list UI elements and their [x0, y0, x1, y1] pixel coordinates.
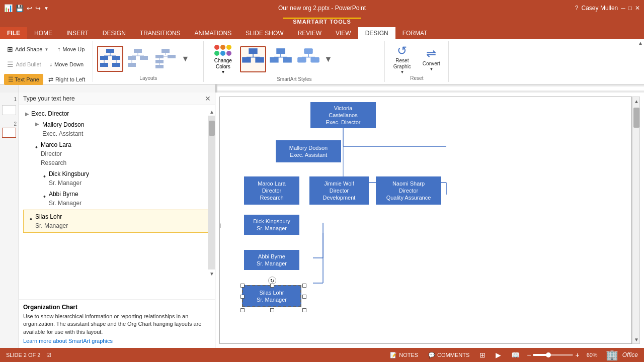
- abbi-content[interactable]: Abbi Byrne Sr. Manager: [49, 190, 82, 208]
- node-victoria[interactable]: VictoriaCastellanosExec. Director: [310, 102, 376, 128]
- layout-thumb-3[interactable]: [152, 46, 179, 72]
- help-btn[interactable]: ?: [575, 5, 579, 12]
- user-name[interactable]: Casey Mullen: [582, 5, 618, 12]
- text-pane-scrollbar[interactable]: ▲ ▼: [208, 108, 215, 278]
- chart-canvas[interactable]: VictoriaCastellanosExec. Director Mallor…: [215, 93, 644, 348]
- status-icon-accessibility[interactable]: ☑: [46, 352, 51, 358]
- slide-mini-2[interactable]: [2, 128, 16, 138]
- layout-thumb-1[interactable]: [97, 46, 123, 72]
- selection-handle-mr[interactable]: [302, 295, 306, 299]
- selection-handle-tl[interactable]: [240, 284, 245, 288]
- scroll-down-arrow[interactable]: ▼: [208, 269, 215, 278]
- ribbon-tabs[interactable]: FILE HOME INSERT DESIGN TRANSITIONS ANIM…: [0, 26, 644, 39]
- scroll-track[interactable]: [208, 116, 215, 269]
- selection-handle-bl[interactable]: [240, 308, 245, 312]
- selection-handle-tc[interactable]: [270, 284, 274, 288]
- tab-home[interactable]: HOME: [27, 27, 59, 39]
- node-abbi[interactable]: Abbi ByrneSr. Manager: [244, 250, 299, 270]
- svg-rect-24: [249, 48, 258, 54]
- tab-review[interactable]: REVIEW: [291, 27, 329, 39]
- zoom-level[interactable]: 60%: [582, 352, 598, 358]
- style-thumb-3[interactable]: [295, 46, 321, 72]
- reset-graphic-btn[interactable]: ↺ ResetGraphic ▼: [389, 44, 415, 74]
- redo-btn[interactable]: ↪: [35, 5, 41, 12]
- slide-mini-1[interactable]: [2, 105, 16, 115]
- learn-more-link[interactable]: Learn more about SmartArt graphics: [23, 338, 113, 344]
- selection-handle-br[interactable]: [302, 308, 306, 312]
- svg-rect-9: [134, 49, 142, 53]
- scroll-up-arrow[interactable]: ▲: [208, 108, 215, 116]
- scroll-thumb[interactable]: [209, 121, 215, 136]
- right-to-left-btn[interactable]: ⇄ Right to Left: [45, 72, 88, 86]
- node-jimmie[interactable]: Jimmie WolfDirectorDevelopment: [309, 176, 369, 205]
- text-pane-btn[interactable]: ☰ Text Pane: [4, 74, 43, 85]
- style-thumb-2[interactable]: [268, 46, 294, 72]
- node-naomi[interactable]: Naomi SharpDirectorQuality Assurance: [376, 176, 441, 205]
- tab-file[interactable]: FILE: [0, 27, 27, 39]
- zoom-slider[interactable]: − + 60%: [527, 351, 597, 359]
- canvas-scroll-up[interactable]: ▲: [632, 97, 640, 105]
- close-btn[interactable]: ✕: [635, 5, 640, 12]
- text-pane-close[interactable]: ✕: [205, 95, 211, 103]
- exec-text[interactable]: Exec. Director: [31, 109, 69, 118]
- zoom-handle[interactable]: [546, 352, 551, 357]
- ribbon-row-3: ☰ Text Pane ⇄ Right to Left: [4, 72, 88, 86]
- expand-arrow[interactable]: ◀: [219, 213, 222, 238]
- view-normal[interactable]: ⊞: [476, 350, 489, 360]
- node-dick[interactable]: Dick KingsburySr. Manager: [244, 215, 299, 235]
- zoom-fill: [533, 354, 547, 356]
- move-up-btn[interactable]: ↑ Move Up: [53, 42, 89, 56]
- zoom-minus[interactable]: −: [527, 351, 531, 359]
- zoom-track[interactable]: [533, 354, 573, 356]
- selection-handle-bc[interactable]: [270, 308, 274, 312]
- text-item-silas[interactable]: • Silas Lohr Sr. Manager: [23, 210, 211, 233]
- canvas-scroll-down[interactable]: ▼: [632, 335, 640, 343]
- view-slideshow[interactable]: ▶: [493, 350, 504, 360]
- undo-btn[interactable]: ↩: [27, 5, 32, 12]
- ribbon-collapse-btn[interactable]: ▲: [638, 40, 643, 46]
- canvas-scroll-thumb-v[interactable]: [633, 108, 639, 128]
- style-thumb-more[interactable]: ▼: [323, 46, 333, 72]
- zoom-plus[interactable]: +: [575, 351, 579, 359]
- node-marco[interactable]: Marco LaraDirectorResearch: [244, 176, 299, 205]
- dick-content[interactable]: Dick Kingsbury Sr. Manager: [49, 169, 89, 188]
- convert-btn[interactable]: ⇌ Convert ▼: [418, 44, 444, 74]
- node-mallory[interactable]: Mallory DodsonExec. Assistant: [276, 140, 341, 162]
- add-bullet-btn[interactable]: ☰ Add Bullet: [4, 57, 44, 71]
- tab-view[interactable]: VIEW: [329, 27, 358, 39]
- notes-btn[interactable]: 📝 NOTES: [387, 351, 421, 359]
- tab-insert[interactable]: INSERT: [59, 27, 96, 39]
- change-colors-btn[interactable]: ChangeColors ▼: [208, 42, 238, 76]
- layout-thumb-more[interactable]: ▼: [180, 46, 190, 72]
- office-icon: 🏢: [606, 349, 618, 361]
- comments-btn[interactable]: 💬 COMMENTS: [425, 351, 472, 359]
- add-shape-btn[interactable]: ⊞ Add Shape ▼: [4, 42, 51, 56]
- quick-save[interactable]: 💾: [16, 5, 24, 12]
- customize-btn[interactable]: ▼: [44, 6, 49, 11]
- text-pane-content[interactable]: ▶ Exec. Director ▶ Mallory Dodson Exec. …: [19, 105, 215, 299]
- maximize-btn[interactable]: □: [628, 5, 632, 12]
- canvas-scrollbar-v[interactable]: ▲ ▼: [632, 97, 640, 344]
- info-title: Organization Chart: [23, 304, 211, 311]
- tab-slideshow[interactable]: SLIDE SHOW: [238, 27, 290, 39]
- minimize-btn[interactable]: ─: [621, 5, 625, 12]
- tab-animations[interactable]: ANIMATIONS: [187, 27, 238, 39]
- mallory-content[interactable]: Mallory Dodson Exec. Assistant: [42, 120, 84, 138]
- node-silas[interactable]: Silas LohrSr. Manager: [242, 285, 301, 307]
- svg-rect-1: [100, 56, 108, 60]
- view-reading[interactable]: 📖: [508, 350, 523, 360]
- tab-design[interactable]: DESIGN: [96, 27, 133, 39]
- reset-label: Reset: [389, 75, 444, 81]
- svg-rect-2: [112, 56, 120, 60]
- style-thumb-1[interactable]: [240, 46, 266, 72]
- tab-smartart-design[interactable]: DESIGN: [358, 27, 395, 39]
- canvas-scroll-track-v[interactable]: [632, 105, 639, 335]
- marco-content[interactable]: Marco Lara Director Research: [41, 140, 71, 167]
- tab-transitions[interactable]: TRANSITIONS: [133, 27, 188, 39]
- selection-handle-ml[interactable]: [240, 295, 245, 299]
- selection-handle-tr[interactable]: [302, 284, 306, 288]
- tab-format[interactable]: FORMAT: [395, 27, 435, 39]
- layout-thumb-2[interactable]: [125, 46, 151, 72]
- silas-content[interactable]: Silas Lohr Sr. Manager: [35, 212, 68, 230]
- move-down-btn[interactable]: ↓ Move Down: [46, 57, 87, 71]
